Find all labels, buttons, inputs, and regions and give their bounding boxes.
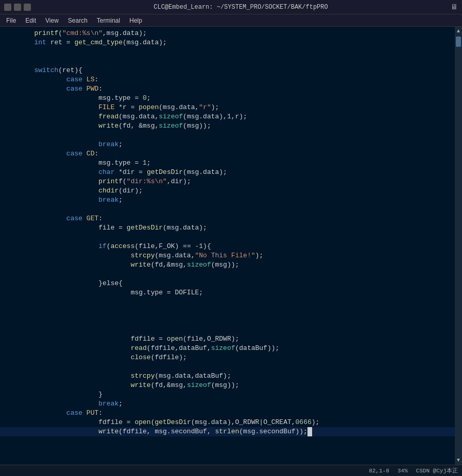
- menu-file[interactable]: File: [2, 16, 20, 25]
- menu-edit[interactable]: Edit: [21, 16, 40, 25]
- code-line: printf("dir:%s\n",dir);: [0, 177, 455, 186]
- menu-search[interactable]: Search: [64, 16, 92, 25]
- scroll-track[interactable]: [455, 36, 462, 456]
- code-line: [0, 205, 455, 214]
- terminal-icon: 🖥: [451, 3, 458, 11]
- code-line-current: write(fdfile, msg.secondBuf, strlen(msg.…: [0, 427, 455, 436]
- code-editor[interactable]: printf("cmd:%s\n",msg.data); int ret = g…: [0, 27, 455, 465]
- code-line: case CD:: [0, 149, 455, 158]
- code-line: write(fd,&msg,sizeof(msg));: [0, 381, 455, 390]
- window-title: CLC@Embed_Learn: ~/SYSTEM_PRO/SOCKET/BAK…: [31, 4, 451, 11]
- code-line: write(fd,&msg,sizeof(msg));: [0, 260, 455, 270]
- statusbar: 82,1-8 34% CSDN @Cyj本正: [0, 465, 462, 476]
- scroll-percent: 34%: [398, 468, 408, 474]
- cursor-position: 82,1-8: [369, 468, 389, 474]
- close-button[interactable]: [24, 4, 31, 11]
- code-line: file = getDesDir(msg.data);: [0, 223, 455, 233]
- branding: CSDN @Cyj本正: [416, 467, 458, 474]
- scroll-thumb[interactable]: [456, 37, 461, 47]
- code-line: msg.type = 1;: [0, 158, 455, 168]
- code-line: }else{: [0, 279, 455, 288]
- menubar: File Edit View Search Terminal Help: [0, 14, 462, 27]
- code-line: ←: [0, 297, 455, 334]
- titlebar: CLC@Embed_Learn: ~/SYSTEM_PRO/SOCKET/BAK…: [0, 0, 462, 14]
- scrollbar[interactable]: ▲ ▼: [455, 27, 462, 465]
- menu-terminal[interactable]: Terminal: [93, 16, 124, 25]
- scroll-down-arrow[interactable]: ▼: [455, 456, 462, 465]
- code-line: case PUT:: [0, 409, 455, 418]
- code-line: int ret = get_cmd_type(msg.data);: [0, 38, 455, 47]
- code-line: [0, 362, 455, 372]
- code-line: write(fd, &msg,sizeof(msg));: [0, 121, 455, 131]
- code-line: case LS:: [0, 75, 455, 84]
- code-line: msg.type = DOFILE;: [0, 288, 455, 297]
- code-line: case GET:: [0, 214, 455, 223]
- code-line: msg.type = 0;: [0, 94, 455, 103]
- menu-view[interactable]: View: [41, 16, 63, 25]
- code-line: fdfile = open(getDesDir(msg.data),O_RDWR…: [0, 418, 455, 427]
- code-line: switch(ret){: [0, 66, 455, 75]
- code-line: [0, 47, 455, 57]
- code-line: printf("cmd:%s\n",msg.data);: [0, 29, 455, 38]
- menu-help[interactable]: Help: [125, 16, 146, 25]
- code-line: FILE *r = popen(msg.data,"r");: [0, 103, 455, 112]
- main-area: printf("cmd:%s\n",msg.data); int ret = g…: [0, 27, 462, 465]
- code-line: case PWD:: [0, 84, 455, 94]
- code-line: strcpy(msg.data,dataBuf);: [0, 372, 455, 381]
- code-line: [0, 131, 455, 140]
- code-line: chdir(dir);: [0, 186, 455, 196]
- scroll-up-arrow[interactable]: ▲: [455, 27, 462, 36]
- code-line: if(access(file,F_OK) == -1){: [0, 242, 455, 251]
- code-line: [0, 57, 455, 66]
- maximize-button[interactable]: [14, 4, 21, 11]
- code-line: break;: [0, 399, 455, 409]
- code-line: close(fdfile);: [0, 353, 455, 362]
- code-line: [0, 270, 455, 279]
- code-line: fdfile = open(file,O_RDWR);: [0, 334, 455, 344]
- code-line: break;: [0, 140, 455, 149]
- code-line: }: [0, 390, 455, 399]
- code-line: break;: [0, 196, 455, 205]
- code-line: [0, 233, 455, 242]
- code-line: read(fdfile,dataBuf,sizeof(dataBuf));: [0, 344, 455, 353]
- minimize-button[interactable]: [4, 4, 11, 11]
- window-controls[interactable]: [4, 4, 31, 11]
- code-line: fread(msg.data,sizeof(msg.data),1,r);: [0, 112, 455, 121]
- code-line: char *dir = getDesDir(msg.data);: [0, 168, 455, 177]
- code-line: strcpy(msg.data,"No This File!");: [0, 251, 455, 260]
